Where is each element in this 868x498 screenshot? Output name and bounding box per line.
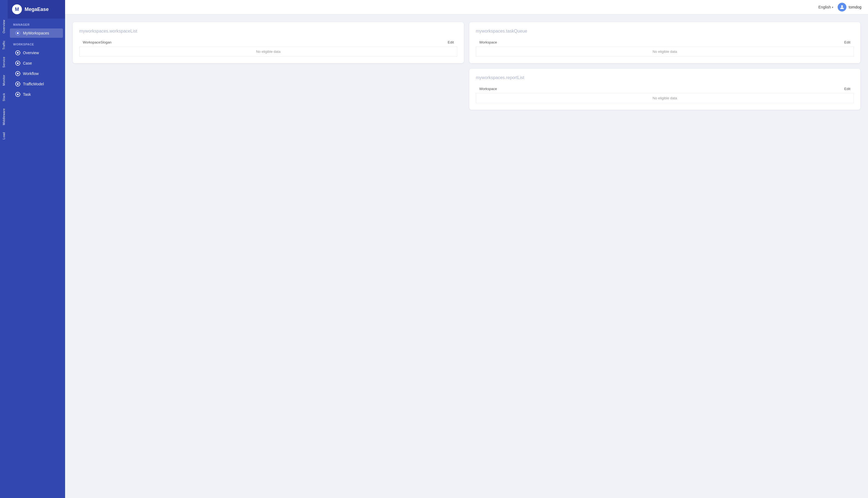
sidebar-item-overview[interactable]: Overview [10, 48, 63, 57]
username-label: tomdog [849, 5, 862, 9]
workspace-list-title: myworkspaces.workspaceList [79, 29, 457, 34]
task-queue-card: myworkspaces.taskQueue Workspace Edit No… [469, 22, 860, 63]
report-list-table: Workspace Edit No eligible data [476, 84, 854, 103]
workspace-list-card: myworkspaces.workspaceList WorkspaceSlog… [73, 22, 464, 63]
svg-point-0 [841, 5, 843, 7]
report-list-col1: Workspace [476, 84, 724, 93]
sidebar-item-workflow[interactable]: Workflow [10, 69, 63, 78]
report-list-header-row: Workspace Edit [476, 84, 854, 93]
sidebar-item-task[interactable]: Task [10, 90, 63, 99]
task-icon [15, 92, 20, 97]
language-label: English [818, 5, 831, 9]
sidebar-item-trafficmodel-label: TrafficModel [23, 82, 44, 86]
task-queue-title: myworkspaces.taskQueue [476, 29, 854, 34]
sidebar: M MegaEase MANAGER MyWorkspaces WORKSPAC… [8, 0, 65, 498]
sidebar-item-myworkspaces-label: MyWorkspaces [23, 31, 49, 35]
sidebar-item-myworkspaces[interactable]: MyWorkspaces [10, 28, 63, 38]
task-queue-no-data-row: No eligible data [476, 47, 854, 57]
manager-section-label: MANAGER [8, 18, 65, 28]
task-queue-table: Workspace Edit No eligible data [476, 38, 854, 57]
top-cards-row: myworkspaces.workspaceList WorkspaceSlog… [73, 22, 860, 63]
side-tab-traffic[interactable]: Traffic [1, 37, 6, 53]
task-queue-col2: Edit [724, 38, 854, 47]
content: myworkspaces.workspaceList WorkspaceSlog… [65, 14, 868, 498]
header: English ▾ tomdog [65, 0, 868, 14]
case-icon [15, 61, 20, 66]
side-tab-service[interactable]: Service [1, 53, 6, 71]
logo-text: MegaEase [25, 6, 49, 12]
logo-icon: M [12, 4, 22, 14]
workspace-list-table: WorkspaceSlogan Edit No eligible data [79, 38, 457, 57]
workspace-list-header-row: WorkspaceSlogan Edit [80, 38, 457, 47]
report-list-card: myworkspaces.reportList Workspace Edit N… [469, 69, 860, 110]
side-tab-stack[interactable]: Stack [1, 90, 6, 105]
overview-icon [15, 50, 20, 55]
report-list-col2: Edit [724, 84, 854, 93]
task-queue-header-row: Workspace Edit [476, 38, 854, 47]
side-tab-middleware[interactable]: Middleware [1, 105, 6, 128]
report-list-title: myworkspaces.reportList [476, 75, 854, 80]
task-queue-no-data: No eligible data [476, 47, 854, 57]
bottom-cards-row: myworkspaces.reportList Workspace Edit N… [73, 69, 860, 110]
sidebar-logo: M MegaEase [8, 0, 65, 18]
side-tab-monitor[interactable]: Monitor [1, 71, 6, 89]
sidebar-item-trafficmodel[interactable]: TrafficModel [10, 79, 63, 89]
workspace-list-no-data: No eligible data [80, 47, 457, 57]
side-tab-overview[interactable]: Overview [1, 16, 6, 37]
language-selector[interactable]: English ▾ [818, 5, 833, 9]
workflow-icon [15, 71, 20, 76]
sidebar-item-task-label: Task [23, 92, 31, 96]
side-tabs: Overview Traffic Service Monitor Stack M… [0, 0, 8, 498]
user-info[interactable]: tomdog [838, 3, 862, 12]
chevron-down-icon: ▾ [832, 6, 833, 9]
sidebar-item-case-label: Case [23, 61, 32, 65]
workspace-section-label: WORKSPACE [8, 38, 65, 48]
sidebar-item-overview-label: Overview [23, 51, 39, 55]
myworkspaces-icon [15, 31, 20, 36]
avatar [838, 3, 846, 12]
side-tab-load[interactable]: Load [1, 129, 6, 143]
main-wrapper: English ▾ tomdog myworkspaces.workspaceL… [65, 0, 868, 498]
report-list-no-data-row: No eligible data [476, 93, 854, 103]
workspace-list-col2: Edit [357, 38, 457, 47]
sidebar-item-workflow-label: Workflow [23, 71, 39, 76]
task-queue-col1: Workspace [476, 38, 724, 47]
workspace-list-col1: WorkspaceSlogan [80, 38, 357, 47]
workspace-list-no-data-row: No eligible data [80, 47, 457, 57]
report-list-no-data: No eligible data [476, 93, 854, 103]
trafficmodel-icon [15, 81, 20, 87]
sidebar-item-case[interactable]: Case [10, 58, 63, 68]
